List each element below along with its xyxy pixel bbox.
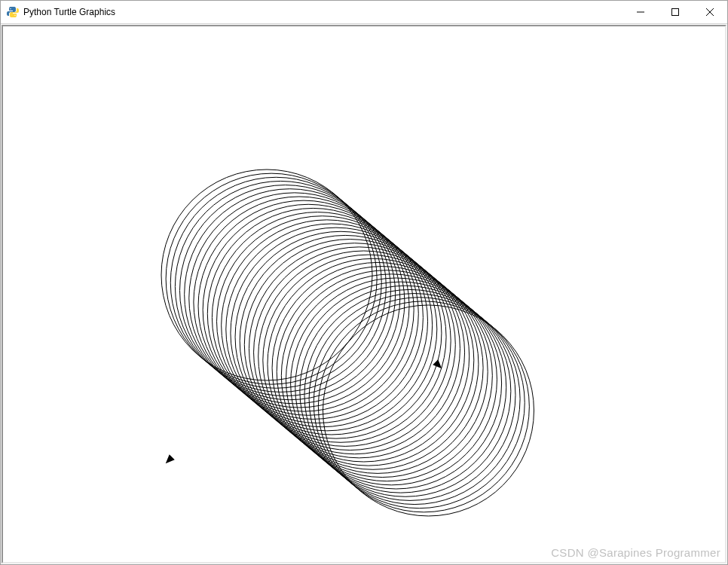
window-controls bbox=[623, 1, 727, 23]
turtle-cursor-icon bbox=[163, 454, 175, 466]
titlebar[interactable]: Python Turtle Graphics bbox=[1, 1, 727, 24]
turtle-cursor-icon bbox=[433, 359, 445, 371]
minimize-icon bbox=[637, 8, 644, 16]
turtle-canvas bbox=[2, 25, 726, 563]
maximize-button[interactable] bbox=[658, 1, 693, 23]
watermark-text: CSDN @Sarapines Programmer bbox=[551, 546, 720, 559]
svg-rect-1 bbox=[672, 9, 679, 16]
minimize-button[interactable] bbox=[623, 1, 658, 23]
python-turtle-icon bbox=[7, 6, 19, 18]
turtle-drawing bbox=[3, 26, 726, 563]
close-button[interactable] bbox=[693, 1, 727, 23]
app-window: Python Turtle Graphics bbox=[0, 0, 728, 565]
close-icon bbox=[706, 8, 714, 16]
window-title: Python Turtle Graphics bbox=[23, 7, 623, 17]
maximize-icon bbox=[671, 8, 679, 16]
